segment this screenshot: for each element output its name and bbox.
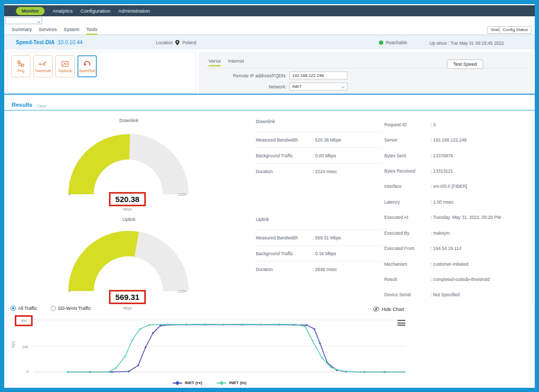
chevron-down-icon [341, 85, 344, 88]
downlink-gauge-title: Downlink [12, 118, 246, 123]
tab-summary[interactable]: Summary [12, 27, 32, 35]
config-status-button[interactable]: Config Status [499, 26, 532, 34]
results-title: Results [12, 102, 33, 108]
detail-value: : 2224 msec [313, 169, 337, 174]
detail-label: Measured Bandwidth [256, 235, 313, 240]
form-tabs: Versa Internet [208, 58, 244, 66]
downlink-gauge-min: 0 [68, 193, 71, 196]
info-label: Executed At [384, 215, 431, 220]
legend-inet-rx[interactable]: INET (rx) [173, 380, 202, 385]
info-value: : 13370976 [431, 153, 453, 158]
tab-services[interactable]: Services [39, 27, 57, 35]
info-value: : vni-0/0.0 [FIBER] [431, 184, 467, 189]
nav-monitor[interactable]: Monitor [16, 7, 45, 15]
info-label: Mechanism [384, 262, 431, 267]
nav-configuration[interactable]: Configuration [81, 8, 111, 14]
app-window: Monitor Analytics Configuration Administ… [4, 4, 535, 388]
info-value: : Tuesday, May 31, 2022, 05:20 PM [431, 215, 501, 220]
tab-tools[interactable]: Tools [86, 27, 97, 35]
y-axis-label: bps [11, 341, 15, 348]
legend-inet-tx[interactable]: INET (tx) [217, 380, 246, 385]
tabs: Summary Services System Tools [12, 27, 97, 35]
downlink-unit: Mbps [109, 207, 146, 211]
uplink-gauge-title: Uplink [12, 217, 246, 222]
nav-analytics[interactable]: Analytics [53, 8, 73, 14]
downlink-gauge [65, 132, 192, 197]
status-label: Reachable [386, 40, 407, 45]
hide-chart-label: Hide Chart [382, 307, 404, 312]
tcpdump-button[interactable]: Tcpdump [55, 55, 75, 77]
info-label: Server [384, 137, 431, 143]
device-title[interactable]: Speed-Test-DIA:10.0.10.44 [16, 39, 83, 45]
network-select[interactable]: INET [290, 83, 347, 91]
location-pin-icon [175, 40, 179, 45]
traceroute-icon [39, 60, 47, 68]
info-row: Bytes Sent: 13370976 [384, 148, 532, 163]
info-row: Executed At: Tuesday, May 31, 2022, 05:2… [384, 210, 532, 225]
tx-marker-icon [217, 383, 226, 384]
speedtest-form-panel: Versa Internet Remote IP address/FQDN: N… [199, 52, 534, 94]
info-row: Bytes Received: 13313121 [384, 163, 532, 178]
device-ip: :10.0.10.44 [56, 39, 83, 45]
all-traffic-radio[interactable]: All Traffic [11, 306, 37, 311]
info-value: : 3 [431, 122, 435, 127]
network-row: Network: INET [202, 83, 347, 91]
ping-icon [17, 60, 25, 68]
sdwan-traffic-radio[interactable]: SD-WAN Traffic [51, 306, 91, 311]
form-tab-internet[interactable]: Internet [228, 58, 244, 66]
remote-ip-label: Remote IP address/FQDN: [202, 73, 286, 78]
appliance-select-row [4, 16, 535, 25]
downlink-gauge-max: 1024 [178, 193, 186, 196]
remote-ip-input[interactable] [290, 72, 347, 79]
info-value: : 1.00 msec [431, 199, 454, 205]
info-value: : Not Specified [431, 292, 460, 297]
rx-legend-label: INET (rx) [185, 380, 202, 385]
detail-label: Background Traffic [256, 153, 313, 158]
network-label: Network: [202, 84, 286, 89]
form-tab-versa[interactable]: Versa [208, 58, 221, 66]
detail-label: Background Traffic [256, 251, 313, 256]
info-row: Executed By: maksym [384, 225, 532, 240]
device-name: Speed-Test-DIA [16, 39, 55, 45]
info-value: : 192.168.122.248 [431, 137, 467, 143]
tab-row: Summary Services System Tools Shell Conf… [4, 25, 535, 35]
speedtest-button[interactable]: SpeedTest [77, 55, 97, 77]
status-dot-icon [379, 41, 383, 45]
ping-button[interactable]: Ping [11, 55, 31, 77]
top-navbar: Monitor Analytics Configuration Administ… [4, 5, 535, 16]
test-speed-button[interactable]: Test Speed [447, 59, 483, 69]
detail-value: : 0.00 Mbps [313, 153, 336, 158]
up-since-label: Up since : Tue May 31 06:15:45 2022 [430, 41, 504, 46]
info-row: Executed From: 194.54.19.114 [384, 240, 532, 256]
info-value: : 194.54.19.114 [431, 246, 461, 251]
tab-system[interactable]: System [64, 27, 79, 35]
info-row: Latency: 1.00 msec [384, 194, 532, 209]
detail-label: Duration [256, 267, 313, 272]
network-select-value: INET [292, 84, 302, 89]
tcpdump-icon [61, 60, 69, 68]
downlink-value-annotation-box: 520.38 [109, 192, 146, 206]
tools-strip: Ping Traceroute Tcpdump [4, 51, 535, 95]
annotation-box-4m: 4M [15, 315, 33, 326]
results-header: Results Clear [4, 100, 535, 110]
traceroute-label: Traceroute [35, 69, 51, 73]
radio-unselected-icon [51, 306, 56, 311]
reachable-status: Reachable [379, 40, 407, 45]
traceroute-button[interactable]: Traceroute [33, 55, 53, 77]
info-label: Device Serial [384, 292, 431, 297]
detail-value: : 569.31 Mbps [313, 235, 341, 240]
appliance-select[interactable] [5, 17, 42, 24]
info-value: : maksym [431, 230, 450, 236]
detail-label: Duration [256, 169, 313, 174]
nav-administration[interactable]: Administration [118, 8, 150, 14]
tcpdump-label: Tcpdump [58, 69, 72, 73]
device-header: Speed-Test-DIA:10.0.10.44 Location Polan… [4, 35, 535, 49]
hide-chart-button[interactable]: Hide Chart [373, 306, 404, 312]
info-row: Interface: vni-0/0.0 [FIBER] [384, 179, 532, 194]
info-label: Executed From [384, 246, 431, 251]
results-clear-link[interactable]: Clear [37, 104, 46, 108]
detail-row: Background Traffic : 0.34 Mbps [256, 245, 382, 261]
request-info-panel: Request ID: 3Server: 192.168.122.248Byte… [384, 117, 533, 303]
speedtest-label: SpeedTest [79, 69, 95, 73]
chart-menu-icon[interactable] [397, 320, 405, 326]
